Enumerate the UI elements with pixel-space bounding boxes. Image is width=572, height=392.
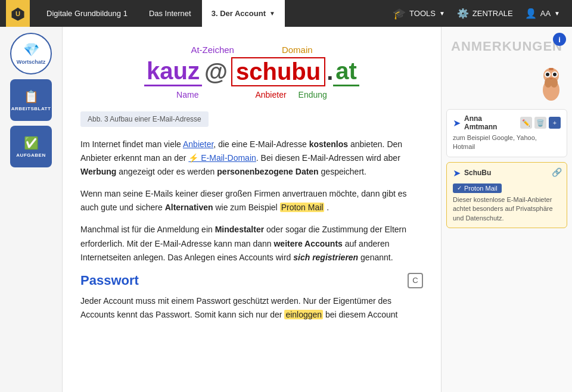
label-anbieter: Anbieter	[255, 90, 286, 99]
highlight-einloggen: einloggen	[284, 310, 323, 319]
anmerkungen-header: ANMERKUNGEN	[442, 27, 572, 60]
annotation-check-icon: ✓	[457, 185, 462, 191]
email-part-ending: at	[333, 58, 359, 86]
info-icon[interactable]: i	[553, 33, 566, 46]
main-layout: 💎 Wortschatz 📋 ARBEITSBLATT ✅ AUFGABEN A…	[0, 27, 572, 392]
sidebar-aufgaben[interactable]: ✅ AUFGABEN	[10, 126, 52, 167]
annotation-text-anna: zum Beispiel Google, Yahoo, Hotmail	[453, 133, 561, 152]
annotation-edit-button[interactable]: ✏️	[520, 117, 532, 129]
chevron-down-icon: ▼	[269, 10, 275, 17]
user-icon: 👤	[525, 8, 537, 19]
email-part-schubu: schubu	[231, 57, 325, 86]
annotation-text-schubu: Dieser kostenlose E-Mail-Anbieter achtet…	[453, 195, 561, 223]
highlight-proton-mail: Proton Mail	[280, 203, 325, 212]
label-name: Name	[176, 90, 198, 99]
nav-das-internet[interactable]: Das Internet	[138, 0, 202, 27]
aufgaben-icon: ✅	[24, 136, 39, 150]
annotation-add-button[interactable]: +	[549, 117, 561, 129]
paragraph-2: Wenn man seine E-Mails keiner dieser gro…	[80, 187, 423, 214]
svg-point-6	[546, 73, 549, 76]
nav-digitale-grundbildung[interactable]: Digitale Grundbildung 1	[36, 0, 138, 27]
annotation-card-schubu: ➤ SchuBu 🔗 ✓ Proton Mail Dieser kostenlo…	[446, 162, 567, 228]
paragraph-1: Im Internet findet man viele Anbieter, d…	[80, 138, 423, 179]
diagram-bottom-labels: Name Anbieter Endung	[176, 90, 327, 99]
nav-tools[interactable]: 🎓 TOOLS ▼	[393, 7, 445, 20]
annotation-user-schubu: SchuBu	[464, 169, 561, 177]
sidebar-arbeitsblatt[interactable]: 📋 ARBEITSBLATT	[10, 79, 52, 121]
email-diagram: At-Zeichen Domain kauz @ schubu . at Nam…	[80, 45, 423, 99]
email-part-dot: .	[327, 58, 333, 85]
email-part-name: kauz	[144, 58, 202, 86]
wortschatz-icon: 💎	[23, 42, 39, 58]
paragraph-passwort: Jeder Account muss mit einem Passwort ge…	[80, 294, 423, 322]
zentrale-icon: ⚙️	[457, 8, 469, 19]
annotation-header-schubu: ➤ SchuBu 🔗	[453, 167, 561, 179]
label-domain: Domain	[282, 45, 313, 55]
link-anbieter[interactable]: Anbieter	[183, 139, 213, 149]
nav-der-account[interactable]: 3. Der Account ▼	[202, 0, 285, 27]
navbar: U Digitale Grundbildung 1 Das Internet 3…	[0, 0, 572, 27]
nav-user[interactable]: 👤 AA ▼	[525, 8, 560, 19]
avatar	[536, 60, 566, 102]
tools-chevron-icon: ▼	[439, 10, 445, 17]
arbeitsblatt-icon: 📋	[24, 89, 39, 104]
annotation-header-anna: ➤ Anna Amtmann ✏️ 🗑️ +	[453, 114, 561, 131]
annotation-card-anna: ➤ Anna Amtmann ✏️ 🗑️ + zum Beispiel Goog…	[446, 109, 567, 157]
annotation-actions: ✏️ 🗑️ +	[520, 117, 561, 129]
annotation-user-anna: Anna Amtmann	[464, 114, 517, 131]
svg-text:U: U	[15, 10, 20, 17]
email-part-at: @	[202, 58, 230, 85]
label-at-zeichen: At-Zeichen	[191, 45, 234, 55]
tools-icon: 🎓	[393, 7, 406, 20]
annotation-arrow-icon: ➤	[453, 117, 461, 129]
avatar-container	[442, 60, 572, 102]
user-chevron-icon: ▼	[554, 10, 560, 17]
section-passwort: Passwort C	[80, 273, 423, 288]
svg-point-7	[553, 73, 557, 76]
diagram-email: kauz @ schubu . at	[144, 57, 359, 86]
annotation-delete-button[interactable]: 🗑️	[534, 117, 546, 129]
diagram-top-labels: At-Zeichen Domain	[191, 45, 312, 55]
annotation-tag: ✓ Proton Mail	[453, 183, 502, 193]
nav-zentrale[interactable]: ⚙️ ZENTRALE	[457, 8, 513, 19]
svg-point-10	[551, 78, 558, 88]
section-c-badge[interactable]: C	[408, 273, 423, 288]
nav-tools-group: 🎓 TOOLS ▼ ⚙️ ZENTRALE 👤 AA ▼	[387, 7, 566, 20]
annotation-arrow-schubu-icon: ➤	[453, 167, 461, 179]
content-area: At-Zeichen Domain kauz @ schubu . at Nam…	[63, 27, 441, 392]
svg-rect-11	[549, 68, 554, 70]
left-sidebar: 💎 Wortschatz 📋 ARBEITSBLATT ✅ AUFGABEN	[0, 27, 63, 392]
right-sidebar: i ANMERKUNGEN	[441, 27, 572, 392]
paragraph-3: Manchmal ist für die Anmeldung ein Minde…	[80, 223, 423, 264]
sidebar-wortschatz[interactable]: 💎 Wortschatz	[10, 33, 52, 74]
annotation-link-icon[interactable]: 🔗	[552, 167, 562, 177]
logo[interactable]: U	[6, 0, 30, 27]
label-endung: Endung	[299, 90, 327, 99]
link-email-domain[interactable]: ⚡ E-Mail-Domain	[188, 153, 256, 163]
figure-caption: Abb. 3 Aufbau einer E-Mail-Adresse	[80, 111, 209, 127]
